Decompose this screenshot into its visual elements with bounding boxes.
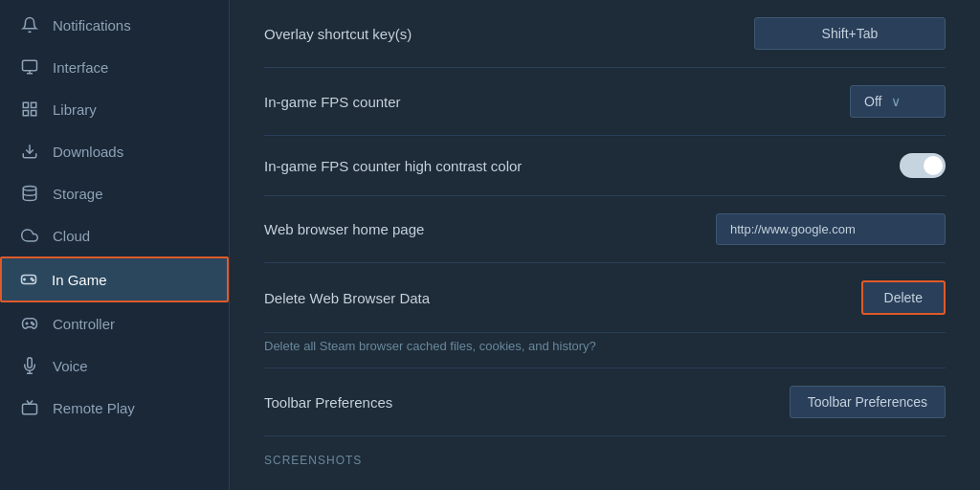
svg-rect-4: [32, 102, 36, 107]
svg-rect-0: [23, 60, 37, 71]
sidebar-item-voice[interactable]: Voice: [0, 345, 229, 387]
sidebar-item-library-label: Library: [53, 101, 97, 118]
delete-browser-desc-row: Delete all Steam browser cached files, c…: [264, 333, 946, 368]
sidebar-item-library[interactable]: Library: [0, 88, 229, 130]
sidebar-item-downloads-label: Downloads: [53, 144, 123, 160]
fps-highcontrast-toggle[interactable]: [900, 153, 946, 178]
sidebar-item-notifications-label: Notifications: [53, 17, 131, 33]
sidebar-item-cloud-label: Cloud: [53, 228, 90, 244]
download-icon: [20, 142, 39, 161]
toolbar-preferences-button[interactable]: Toolbar Preferences: [790, 386, 946, 418]
sidebar-item-voice-label: Voice: [53, 358, 88, 374]
svg-point-8: [23, 187, 36, 191]
fps-counter-value: Off: [864, 94, 881, 109]
main-content: Overlay shortcut key(s) Shift+Tab In-gam…: [230, 0, 980, 490]
sidebar-item-controller[interactable]: Controller: [0, 302, 229, 345]
svg-point-14: [33, 279, 34, 281]
sidebar-item-ingame-label: In Game: [52, 272, 107, 288]
mic-icon: [20, 356, 39, 375]
svg-point-18: [33, 323, 34, 325]
delete-browser-row: Delete Web Browser Data Delete: [264, 263, 946, 333]
overlay-shortcut-input[interactable]: Shift+Tab: [754, 17, 946, 50]
bell-icon: [20, 15, 39, 34]
toolbar-pref-control: Toolbar Preferences: [790, 386, 946, 418]
delete-browser-control: Delete: [861, 280, 946, 315]
cloud-icon: [20, 226, 39, 245]
sidebar-item-interface[interactable]: Interface: [0, 46, 229, 88]
controller-icon: [20, 314, 39, 333]
overlay-shortcut-label: Overlay shortcut key(s): [264, 26, 412, 42]
sidebar-item-remoteplay[interactable]: Remote Play: [0, 387, 229, 429]
svg-rect-21: [23, 404, 37, 414]
sidebar-item-interface-label: Interface: [53, 59, 108, 76]
svg-rect-3: [23, 102, 28, 107]
sidebar: Notifications Interface Library Download…: [0, 0, 230, 490]
storage-icon: [20, 184, 39, 203]
web-browser-control: http://www.google.com: [716, 213, 946, 245]
sidebar-item-remoteplay-label: Remote Play: [53, 400, 135, 416]
overlay-shortcut-control: Shift+Tab: [754, 17, 946, 50]
web-browser-input[interactable]: http://www.google.com: [716, 213, 946, 245]
sidebar-item-notifications[interactable]: Notifications: [0, 4, 229, 46]
sidebar-item-ingame[interactable]: In Game: [0, 256, 229, 302]
fps-counter-row: In-game FPS counter Off ∨: [264, 68, 946, 136]
svg-rect-5: [32, 111, 36, 116]
delete-button[interactable]: Delete: [861, 280, 946, 315]
remote-icon: [20, 398, 39, 417]
fps-counter-dropdown[interactable]: Off ∨: [850, 85, 946, 118]
fps-counter-label: In-game FPS counter: [264, 94, 401, 110]
gamepad-icon: [19, 270, 38, 289]
svg-rect-6: [23, 111, 28, 116]
screenshots-header: SCREENSHOTS: [264, 436, 946, 475]
fps-highcontrast-row: In-game FPS counter high contrast color: [264, 136, 946, 196]
web-browser-row: Web browser home page http://www.google.…: [264, 196, 946, 263]
fps-counter-control: Off ∨: [850, 85, 946, 118]
sidebar-item-storage-label: Storage: [53, 186, 103, 202]
monitor-icon: [20, 57, 39, 77]
sidebar-item-controller-label: Controller: [53, 316, 115, 332]
sidebar-item-downloads[interactable]: Downloads: [0, 130, 229, 172]
delete-browser-label: Delete Web Browser Data: [264, 290, 430, 306]
toolbar-pref-label: Toolbar Preferences: [264, 394, 392, 411]
delete-browser-desc: Delete all Steam browser cached files, c…: [264, 339, 596, 353]
grid-icon: [20, 100, 39, 119]
web-browser-label: Web browser home page: [264, 221, 424, 237]
toolbar-pref-row: Toolbar Preferences Toolbar Preferences: [264, 368, 946, 436]
overlay-shortcut-row: Overlay shortcut key(s) Shift+Tab: [264, 0, 946, 68]
fps-highcontrast-control: [900, 153, 946, 178]
fps-highcontrast-label: In-game FPS counter high contrast color: [264, 158, 522, 174]
sidebar-item-cloud[interactable]: Cloud: [0, 214, 229, 256]
sidebar-item-storage[interactable]: Storage: [0, 172, 229, 214]
chevron-down-icon: ∨: [891, 94, 901, 109]
